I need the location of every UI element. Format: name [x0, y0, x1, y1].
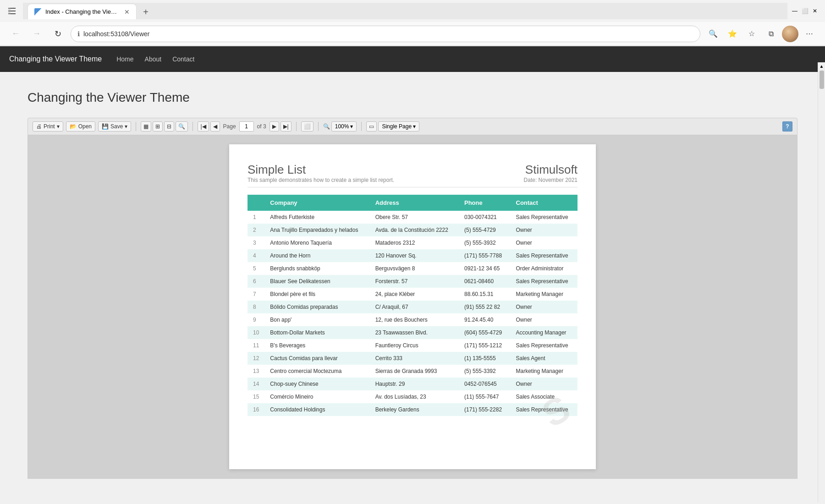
cell-phone: (604) 555-4729: [459, 326, 511, 339]
favorites-notification-button[interactable]: ⭐: [724, 26, 741, 42]
cell-contact: Owner: [511, 313, 578, 326]
table-row: 12 Cactus Comidas para llevar Cerrito 33…: [248, 352, 578, 365]
page-number-input[interactable]: [239, 121, 254, 131]
cell-address: Avda. de la Constitución 2222: [370, 224, 459, 236]
cell-phone: (171) 555-1212: [459, 339, 511, 352]
scroll-up-arrow[interactable]: ▲: [818, 62, 825, 70]
cell-phone: (1) 135-5555: [459, 352, 511, 365]
print-button[interactable]: 🖨 Print ▾: [33, 121, 63, 131]
cell-num: 9: [248, 313, 264, 326]
cell-address: Cerrito 333: [370, 352, 459, 365]
page-layout-group: ▦ ⊞ ⊟ 🔍: [141, 121, 188, 131]
close-button[interactable]: ✕: [811, 7, 819, 15]
table-row: 16 Consolidated Holdings Berkeley Garden…: [248, 403, 578, 416]
cell-company: Centro comercial Moctezuma: [264, 365, 369, 378]
header-divider: [248, 187, 578, 187]
nav-link-contact[interactable]: Contact: [172, 54, 194, 65]
cell-address: Berkeley Gardens: [370, 403, 459, 416]
nav-brand: Changing the Viewer Theme: [9, 55, 102, 63]
layout-btn2[interactable]: ⊞: [153, 121, 163, 131]
cell-num: 7: [248, 288, 264, 301]
cell-contact: Owner: [511, 236, 578, 249]
zoom-button[interactable]: 100% ▾: [331, 121, 357, 131]
cell-company: Chop-suey Chinese: [264, 378, 369, 390]
save-button[interactable]: 💾 Save ▾: [98, 121, 131, 131]
profile-avatar[interactable]: [782, 26, 798, 42]
active-tab[interactable]: Index - Changing the Viewer Th ✕: [28, 4, 137, 19]
browser-toolbar-icons: 🔍 ⭐ ☆ ⧉ ⋯: [705, 26, 818, 42]
tab-title: Index - Changing the Viewer Th: [45, 8, 119, 15]
save-icon: 💾: [102, 123, 109, 130]
zoom-icon: 🔍: [323, 123, 330, 130]
scrollbar[interactable]: ▲: [818, 62, 825, 502]
fullscreen-button[interactable]: ⬜: [301, 121, 314, 131]
tab-close-button[interactable]: ✕: [124, 8, 130, 16]
last-page-button[interactable]: ▶|: [280, 121, 292, 131]
address-bar: ← → ↻ ℹ localhost:53108/Viewer 🔍 ⭐ ☆ ⧉ ⋯: [0, 22, 825, 46]
browser-chrome: Index - Changing the Viewer Th ✕ + — ⬜ ✕…: [0, 0, 825, 46]
zoom-arrow: ▾: [350, 123, 353, 130]
cell-address: Fauntleroy Circus: [370, 339, 459, 352]
minimize-button[interactable]: —: [791, 7, 798, 15]
settings-button[interactable]: ⋯: [801, 26, 818, 42]
open-group: 📂 Open: [66, 121, 95, 131]
url-bar[interactable]: ℹ localhost:53108/Viewer: [71, 26, 700, 42]
layout-btn1[interactable]: ▦: [141, 121, 151, 131]
help-button[interactable]: ?: [782, 121, 792, 131]
new-tab-button[interactable]: +: [138, 5, 153, 19]
nav-link-home[interactable]: Home: [116, 54, 133, 65]
zoom-group: 🔍 100% ▾: [323, 121, 357, 131]
cell-company: Berglunds snabbköp: [264, 262, 369, 275]
report-title-group: Simple List This sample demonstrates how…: [248, 163, 394, 183]
table-row: 4 Around the Horn 120 Hanover Sq. (171) …: [248, 249, 578, 262]
report-header: Simple List This sample demonstrates how…: [248, 163, 578, 183]
nav-link-about[interactable]: About: [145, 54, 162, 65]
first-page-button[interactable]: |◀: [198, 121, 209, 131]
layout-btn3[interactable]: ⊟: [164, 121, 174, 131]
cell-address: Obere Str. 57: [370, 211, 459, 224]
table-row: 8 Bólido Comidas preparadas C/ Araquil, …: [248, 301, 578, 313]
cell-company: Comércio Mineiro: [264, 390, 369, 403]
cell-contact: Owner: [511, 301, 578, 313]
back-button[interactable]: ←: [7, 26, 24, 42]
maximize-button[interactable]: ⬜: [801, 7, 808, 15]
open-icon: 📂: [70, 123, 77, 130]
collections-button[interactable]: ⧉: [763, 26, 779, 42]
open-button[interactable]: 📂 Open: [66, 121, 95, 131]
cell-num: 5: [248, 262, 264, 275]
cell-address: C/ Araquil, 67: [370, 301, 459, 313]
header-row: Company Address Phone Contact: [248, 195, 578, 211]
report-date: Date: November 2021: [524, 177, 578, 183]
cell-contact: Sales Representative: [511, 211, 578, 224]
view-icon-btn[interactable]: ▭: [366, 121, 377, 131]
cell-phone: 0621-08460: [459, 275, 511, 288]
report-brand-group: Stimulsoft Date: November 2021: [524, 163, 578, 183]
report-subtitle: This sample demonstrates how to create a…: [248, 177, 394, 183]
search-button[interactable]: 🔍: [705, 26, 721, 42]
cell-company: Around the Horn: [264, 249, 369, 262]
cell-company: Blondel père et fils: [264, 288, 369, 301]
cell-address: 24, place Kléber: [370, 288, 459, 301]
col-phone-header: Phone: [459, 195, 511, 211]
view-group: ▭ Single Page ▾: [366, 121, 419, 131]
forward-button[interactable]: →: [28, 26, 45, 42]
sidebar-toggle-button[interactable]: [5, 4, 19, 18]
page-label: Page: [223, 123, 236, 130]
next-page-button[interactable]: ▶: [270, 121, 279, 131]
cell-contact: Order Administrator: [511, 262, 578, 275]
open-label: Open: [78, 123, 92, 130]
cell-company: Bottom-Dollar Markets: [264, 326, 369, 339]
sep5: [361, 122, 362, 131]
prev-page-button[interactable]: ◀: [210, 121, 220, 131]
favorites-button[interactable]: ☆: [743, 26, 760, 42]
sep1: [136, 122, 136, 131]
view-mode-button[interactable]: Single Page ▾: [378, 121, 419, 131]
search-btn[interactable]: 🔍: [176, 121, 188, 131]
scroll-thumb[interactable]: [820, 71, 824, 89]
table-row: 14 Chop-suey Chinese Hauptstr. 29 0452-0…: [248, 378, 578, 390]
table-row: 2 Ana Trujillo Emparedados y helados Avd…: [248, 224, 578, 236]
refresh-button[interactable]: ↻: [50, 26, 66, 42]
cell-company: Blauer See Delikatessen: [264, 275, 369, 288]
table-row: 10 Bottom-Dollar Markets 23 Tsawwassen B…: [248, 326, 578, 339]
info-icon: ℹ: [77, 30, 80, 38]
